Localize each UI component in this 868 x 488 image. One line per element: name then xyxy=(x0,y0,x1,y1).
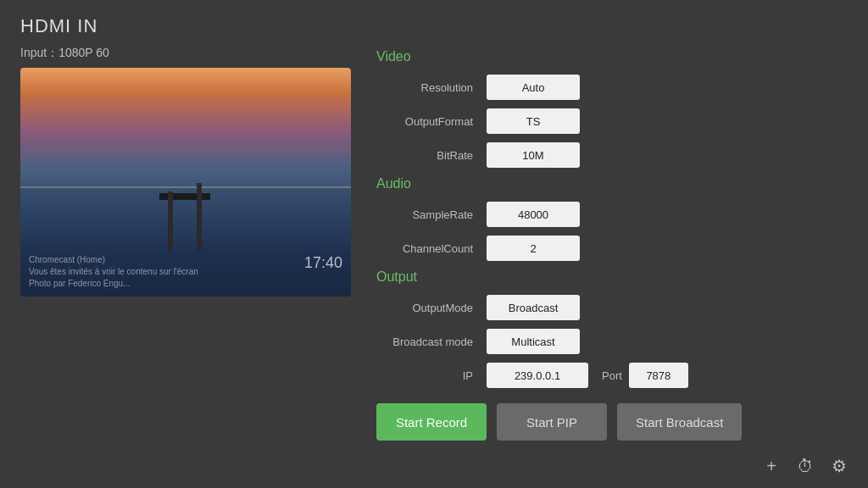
preview-section: Input：1080P 60 Chromecast (Home) Vous êt… xyxy=(20,46,351,441)
overlay-left: Chromecast (Home) Vous êtes invités à vo… xyxy=(29,254,198,290)
broadcast-mode-label: Broadcast mode xyxy=(376,336,487,348)
port-label: Port xyxy=(602,369,622,382)
preview-box: Chromecast (Home) Vous êtes invités à vo… xyxy=(20,68,351,297)
channel-count-control[interactable]: 2 xyxy=(487,236,580,261)
output-mode-label: OutputMode xyxy=(376,302,487,314)
dock xyxy=(159,183,210,251)
bitrate-row: BitRate 10M xyxy=(376,142,848,168)
channel-count-row: ChannelCount 2 xyxy=(376,236,848,261)
overlay-credit: Photo par Federico Engu... xyxy=(29,278,198,290)
dock-post-right xyxy=(197,183,202,251)
resolution-label: Resolution xyxy=(376,81,487,94)
ip-label: IP xyxy=(376,369,487,382)
resolution-control[interactable]: Auto xyxy=(487,75,580,100)
bitrate-control[interactable]: 10M xyxy=(487,142,580,168)
actions-row: Start Record Start PIP Start Broadcast xyxy=(376,403,848,441)
bitrate-label: BitRate xyxy=(376,149,487,162)
output-format-label: OutputFormat xyxy=(376,115,487,128)
ip-row: IP Port xyxy=(376,363,848,388)
start-record-button[interactable]: Start Record xyxy=(376,403,487,441)
sample-rate-label: SampleRate xyxy=(376,208,487,221)
controls-section: Video Resolution Auto OutputFormat TS Bi… xyxy=(376,46,848,441)
page-title: HDMI IN xyxy=(20,15,848,37)
output-section-title: Output xyxy=(376,269,848,285)
output-format-control[interactable]: TS xyxy=(487,108,580,134)
output-mode-row: OutputMode Broadcast xyxy=(376,295,848,320)
video-section-title: Video xyxy=(376,49,848,64)
start-pip-button[interactable]: Start PIP xyxy=(497,403,607,441)
sample-rate-control[interactable]: 48000 xyxy=(487,202,580,227)
overlay-bottom: Chromecast (Home) Vous êtes invités à vo… xyxy=(20,254,351,290)
dock-platform xyxy=(159,193,210,200)
header: HDMI IN xyxy=(0,0,868,46)
start-broadcast-button[interactable]: Start Broadcast xyxy=(617,403,742,441)
sky-gradient xyxy=(20,68,351,194)
overlay-line1: Chromecast (Home) xyxy=(29,254,198,266)
channel-count-label: ChannelCount xyxy=(376,242,487,255)
clock-icon[interactable]: ⏱ xyxy=(790,451,821,481)
settings-icon[interactable]: ⚙ xyxy=(824,451,854,481)
overlay-time: 17:40 xyxy=(304,254,342,290)
broadcast-mode-control[interactable]: Multicast xyxy=(487,329,580,354)
overlay-line2: Vous êtes invités à voir le contenu sur … xyxy=(29,266,198,278)
ip-input[interactable] xyxy=(487,363,588,388)
audio-section-title: Audio xyxy=(376,176,848,191)
preview-canvas: Chromecast (Home) Vous êtes invités à vo… xyxy=(20,68,351,297)
port-input[interactable] xyxy=(629,363,688,388)
dock-post-left xyxy=(168,191,173,251)
resolution-row: Resolution Auto xyxy=(376,75,848,100)
broadcast-mode-row: Broadcast mode Multicast xyxy=(376,329,848,354)
ip-port-group: Port xyxy=(487,363,688,388)
bottom-toolbar: + ⏱ ⚙ xyxy=(743,444,868,488)
add-icon[interactable]: + xyxy=(756,451,787,481)
sample-rate-row: SampleRate 48000 xyxy=(376,202,848,227)
output-format-row: OutputFormat TS xyxy=(376,108,848,134)
output-mode-control[interactable]: Broadcast xyxy=(487,295,580,320)
main-layout: Input：1080P 60 Chromecast (Home) Vous êt… xyxy=(0,46,868,441)
input-label: Input：1080P 60 xyxy=(20,46,351,61)
